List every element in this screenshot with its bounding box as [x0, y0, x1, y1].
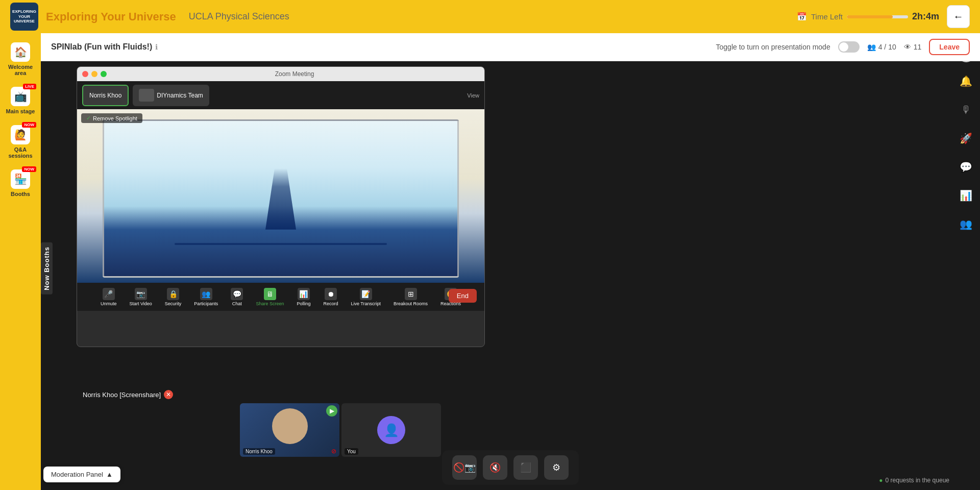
- zoom-transcript-control[interactable]: 📝 Live Transcript: [348, 288, 383, 306]
- moderation-panel[interactable]: Moderation Panel ▲: [43, 467, 120, 482]
- participants-value: 4 / 10: [878, 43, 896, 51]
- session-bar: SPINlab (Fun with Fluids!) ℹ Toggle to t…: [41, 33, 980, 61]
- time-left-bar-fill: [847, 15, 893, 18]
- zoom-security-control[interactable]: 🔒 Security: [162, 288, 184, 306]
- sidebar-welcome-label: Welcome area: [5, 64, 36, 76]
- participant-thumb-you: 👤 You: [341, 403, 441, 457]
- sidebar-item-main-stage[interactable]: LIVE 📺 Main stage: [3, 83, 38, 118]
- participants-icon: 👥: [867, 43, 876, 51]
- settings-button[interactable]: ⚙: [544, 455, 569, 480]
- zoom-unmute-control[interactable]: 🎤 Unmute: [98, 288, 119, 306]
- app-subtitle: UCLA Physical Sciences: [189, 11, 289, 22]
- sidebar-item-welcome[interactable]: 🏠 Welcome area: [3, 38, 38, 80]
- participants-count: 👥 4 / 10: [867, 43, 896, 51]
- zoom-maximize-button[interactable]: [101, 71, 107, 77]
- zoom-window-title: Zoom Meeting: [110, 70, 479, 78]
- zoom-participant-norris[interactable]: Norris Khoo: [82, 85, 129, 106]
- leave-button[interactable]: Leave: [929, 39, 970, 55]
- eye-icon: 👁: [904, 43, 911, 51]
- toggle-knob: [839, 42, 848, 52]
- header: EXPLORINGYOURUNIVERSE Exploring Your Uni…: [0, 0, 980, 33]
- sidebar-qna-label: Q&A sessions: [5, 146, 36, 159]
- zoom-participants-control[interactable]: 👥 Participants: [191, 288, 220, 306]
- start-video-icon: 📷: [135, 288, 147, 300]
- time-left-bar: [847, 15, 908, 18]
- zoom-sharesceen-control[interactable]: 🖥 Share Screen: [253, 288, 286, 306]
- sidebar-booths-label: Booths: [11, 191, 30, 197]
- presentation-toggle-label: Toggle to turn on presentation mode: [716, 43, 830, 51]
- fluid-tank: [103, 119, 459, 278]
- zoom-breakout-control[interactable]: ⊞ Breakout Rooms: [391, 288, 430, 306]
- people-icon-right[interactable]: 👥: [957, 215, 975, 233]
- session-bar-right: Toggle to turn on presentation mode 👥 4 …: [716, 39, 970, 55]
- zoom-main-content: ✓ Remove Spotlight: [77, 109, 484, 283]
- zoom-participant-diynamics[interactable]: DIYnamics Team: [133, 85, 209, 106]
- viewers-count: 👁 11: [904, 43, 922, 51]
- zoom-minimize-button[interactable]: [91, 71, 97, 77]
- microphone-icon[interactable]: 🎙: [957, 101, 975, 119]
- info-icon[interactable]: ℹ: [155, 43, 158, 51]
- moderation-panel-arrow: ▲: [106, 471, 113, 478]
- diynamics-thumb: [139, 89, 154, 102]
- now-booths-label: Now Booths: [41, 242, 53, 295]
- zoom-window: Zoom Meeting Norris Khoo DIYnamics Team …: [77, 66, 485, 347]
- back-button[interactable]: ←: [947, 5, 970, 28]
- qna-new-badge: NOW: [22, 122, 36, 128]
- zoom-end-button[interactable]: End: [449, 289, 477, 303]
- breakout-icon: ⊞: [405, 288, 417, 300]
- you-thumb-label: You: [345, 448, 358, 455]
- norris-label: Norris Khoo: [89, 92, 121, 99]
- booths-icon: 🏪: [11, 169, 30, 189]
- zoom-chat-control[interactable]: 💬 Chat: [228, 288, 246, 306]
- sidebar-item-booths[interactable]: NOW 🏪 Booths: [3, 165, 38, 201]
- record-icon: ⏺: [325, 288, 337, 300]
- norris-face: [272, 408, 308, 444]
- zoom-startvideo-control[interactable]: 📷 Start Video: [127, 288, 154, 306]
- zoom-polling-control[interactable]: 📊 Polling: [294, 288, 313, 306]
- bell-icon[interactable]: 🔔: [957, 72, 975, 90]
- share-screen-icon: 🖥: [264, 288, 276, 300]
- main-stage-icon: 📺: [11, 87, 30, 106]
- welcome-icon: 🏠: [11, 42, 30, 62]
- screenshare-name: Norris Khoo [Screenshare]: [83, 391, 161, 399]
- zoom-record-control[interactable]: ⏺ Record: [321, 288, 340, 306]
- session-title: SPINlab (Fun with Fluids!): [51, 42, 152, 52]
- time-left-label: Time Left: [811, 12, 843, 21]
- moderation-panel-label: Moderation Panel: [51, 471, 103, 478]
- main-content: Now Booths Norris Khoo [Screenshare] ✕ Z…: [41, 61, 980, 490]
- qna-icon: 🙋: [11, 125, 30, 144]
- screenshare-bar: Norris Khoo [Screenshare] ✕: [83, 390, 173, 399]
- sidebar-main-stage-label: Main stage: [6, 108, 35, 114]
- unmute-icon: 🎤: [103, 288, 115, 300]
- zoom-titlebar: Zoom Meeting: [77, 67, 484, 81]
- norris-mic-muted: ⊘: [331, 448, 336, 455]
- queue-text: 0 requests in the queue: [886, 477, 949, 484]
- chat-icon-zoom: 💬: [231, 288, 243, 300]
- time-left-value: 2h:4m: [912, 11, 939, 22]
- presentation-mode-toggle[interactable]: [838, 41, 860, 53]
- spotlight-label[interactable]: ✓ Remove Spotlight: [81, 113, 142, 123]
- video-off-icon: 🚫📷: [453, 462, 476, 473]
- remove-screenshare-button[interactable]: ✕: [164, 390, 173, 399]
- booths-new-badge: NOW: [22, 166, 36, 172]
- fluid-spread: [175, 243, 386, 245]
- zoom-close-button[interactable]: [82, 71, 88, 77]
- participant-thumb-extra: [443, 403, 543, 457]
- settings-icon: ⚙: [552, 462, 560, 473]
- zoom-participants-row: ▶ Norris Khoo ⊘ 👤 You: [240, 403, 543, 457]
- zoom-bottom-bar: 🎤 Unmute 📷 Start Video 🔒 Security 👥 Part…: [77, 283, 484, 311]
- queue-status: ● 0 requests in the queue: [879, 477, 949, 484]
- diynamics-label: DIYnamics Team: [157, 92, 203, 99]
- experiment-image: [77, 109, 484, 283]
- chat-icon-right[interactable]: 💬: [957, 158, 975, 176]
- mic-off-button[interactable]: 🔇: [483, 455, 507, 480]
- screen-share-bottom-button[interactable]: ⬛: [513, 455, 538, 480]
- zoom-view-button[interactable]: View: [467, 92, 479, 99]
- chart-icon-right[interactable]: 📊: [957, 186, 975, 205]
- sidebar-item-qna[interactable]: NOW 🙋 Q&A sessions: [3, 121, 38, 163]
- rocket-icon[interactable]: 🚀: [957, 129, 975, 148]
- queue-dot: ●: [879, 477, 883, 484]
- video-off-button[interactable]: 🚫📷: [452, 455, 477, 480]
- fluid-ink: [265, 168, 296, 230]
- speaker-indicator: ▶: [326, 405, 337, 416]
